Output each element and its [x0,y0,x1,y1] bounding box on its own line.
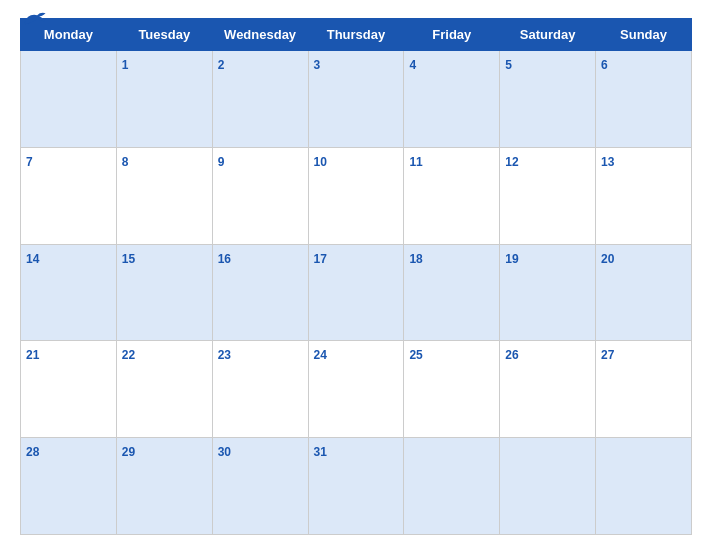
calendar-day-7: 7 [21,147,117,244]
calendar-empty-cell [596,438,692,535]
day-number: 10 [314,155,327,169]
day-number: 11 [409,155,422,169]
calendar-week-row: 28293031 [21,438,692,535]
day-number: 22 [122,348,135,362]
day-number: 13 [601,155,614,169]
calendar-day-8: 8 [116,147,212,244]
calendar-day-11: 11 [404,147,500,244]
day-number: 23 [218,348,231,362]
calendar-empty-cell [21,51,117,148]
calendar-day-5: 5 [500,51,596,148]
calendar-day-30: 30 [212,438,308,535]
calendar-day-16: 16 [212,244,308,341]
calendar-week-row: 123456 [21,51,692,148]
day-number: 6 [601,58,608,72]
day-number: 25 [409,348,422,362]
calendar-day-27: 27 [596,341,692,438]
calendar-day-1: 1 [116,51,212,148]
calendar-day-19: 19 [500,244,596,341]
day-number: 12 [505,155,518,169]
logo-bird-icon [20,10,48,28]
calendar-table: MondayTuesdayWednesdayThursdayFridaySatu… [20,18,692,535]
day-number: 3 [314,58,321,72]
day-number: 2 [218,58,225,72]
calendar-day-29: 29 [116,438,212,535]
day-number: 24 [314,348,327,362]
day-number: 19 [505,252,518,266]
calendar-day-18: 18 [404,244,500,341]
weekday-header-saturday: Saturday [500,19,596,51]
day-number: 28 [26,445,39,459]
calendar-week-row: 21222324252627 [21,341,692,438]
day-number: 1 [122,58,129,72]
calendar-day-26: 26 [500,341,596,438]
weekday-header-friday: Friday [404,19,500,51]
calendar-day-14: 14 [21,244,117,341]
calendar-day-25: 25 [404,341,500,438]
logo [20,10,51,28]
calendar-day-13: 13 [596,147,692,244]
calendar-day-28: 28 [21,438,117,535]
weekday-header-sunday: Sunday [596,19,692,51]
day-number: 27 [601,348,614,362]
day-number: 14 [26,252,39,266]
day-number: 29 [122,445,135,459]
calendar-day-3: 3 [308,51,404,148]
calendar-day-31: 31 [308,438,404,535]
calendar-day-12: 12 [500,147,596,244]
calendar-day-9: 9 [212,147,308,244]
day-number: 15 [122,252,135,266]
day-number: 30 [218,445,231,459]
day-number: 16 [218,252,231,266]
weekday-header-tuesday: Tuesday [116,19,212,51]
day-number: 18 [409,252,422,266]
day-number: 4 [409,58,416,72]
calendar-week-row: 78910111213 [21,147,692,244]
calendar-day-21: 21 [21,341,117,438]
day-number: 20 [601,252,614,266]
calendar-day-2: 2 [212,51,308,148]
calendar-day-20: 20 [596,244,692,341]
calendar-day-24: 24 [308,341,404,438]
day-number: 8 [122,155,129,169]
weekday-header-row: MondayTuesdayWednesdayThursdayFridaySatu… [21,19,692,51]
day-number: 17 [314,252,327,266]
day-number: 9 [218,155,225,169]
calendar-empty-cell [404,438,500,535]
calendar-day-22: 22 [116,341,212,438]
calendar-day-23: 23 [212,341,308,438]
calendar-week-row: 14151617181920 [21,244,692,341]
day-number: 21 [26,348,39,362]
calendar-day-6: 6 [596,51,692,148]
day-number: 26 [505,348,518,362]
weekday-header-thursday: Thursday [308,19,404,51]
calendar-day-15: 15 [116,244,212,341]
day-number: 5 [505,58,512,72]
weekday-header-wednesday: Wednesday [212,19,308,51]
calendar-empty-cell [500,438,596,535]
calendar-day-10: 10 [308,147,404,244]
calendar-day-17: 17 [308,244,404,341]
day-number: 7 [26,155,33,169]
calendar-day-4: 4 [404,51,500,148]
day-number: 31 [314,445,327,459]
